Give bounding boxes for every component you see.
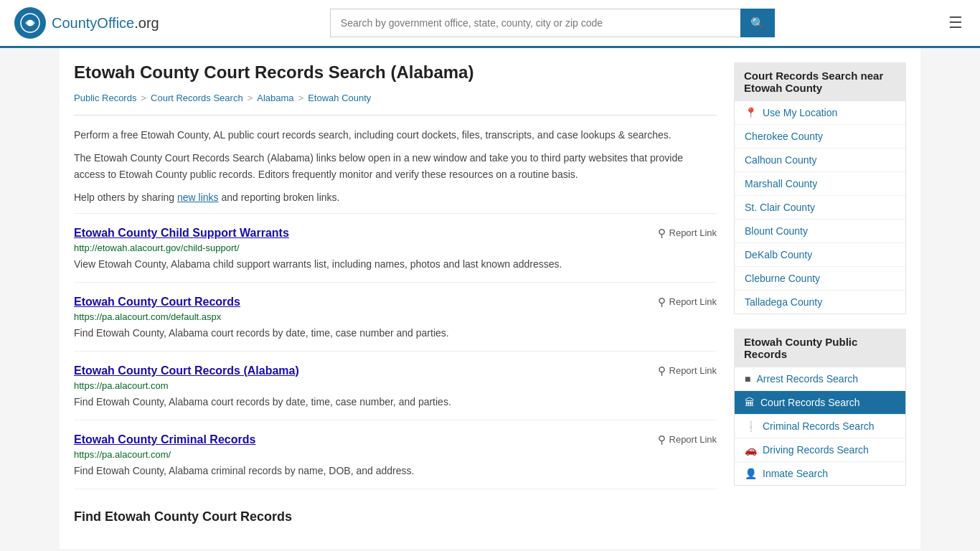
report-icon-0: ⚲ [658,227,666,240]
use-location-link[interactable]: Use My Location [763,107,837,118]
driving-icon: 🚗 [745,444,757,456]
pr-arrest[interactable]: ■ Arrest Records Search [735,367,905,391]
cleburne-link[interactable]: Cleburne County [745,273,820,284]
nearby-section: Court Records Search near Etowah County … [734,62,906,314]
description-1: Perform a free Etowah County, AL public … [74,127,717,143]
nearby-marshall[interactable]: Marshall County [735,172,905,196]
breadcrumb-alabama[interactable]: Alabama [257,93,293,103]
court-icon: 🏛 [745,397,755,408]
court-link[interactable]: Court Records Search [760,397,860,408]
nearby-calhoun[interactable]: Calhoun County [735,149,905,172]
result-desc-3: Find Etowah County, Alabama criminal rec… [74,463,717,479]
pr-criminal[interactable]: ❕ Criminal Records Search [735,415,905,438]
pr-court[interactable]: 🏛 Court Records Search [735,391,905,415]
hamburger-icon: ☰ [948,14,963,32]
svg-point-1 [27,20,33,26]
driving-link[interactable]: Driving Records Search [763,444,869,456]
pr-inmate[interactable]: 👤 Inmate Search [735,462,905,485]
search-area: 🔍 [330,9,775,37]
separator [74,115,717,116]
content-area: Etowah County Court Records Search (Alab… [74,62,717,534]
result-title-3[interactable]: Etowah County Criminal Records [74,433,255,446]
cherokee-link[interactable]: Cherokee County [745,131,823,142]
public-records-section: Etowah County Public Records ■ Arrest Re… [734,329,906,486]
logo-area: CountyOffice.org [14,7,159,39]
breadcrumb-public-records[interactable]: Public Records [74,93,136,103]
search-button[interactable]: 🔍 [740,9,775,37]
inmate-icon: 👤 [745,468,757,479]
nearby-dekalb[interactable]: DeKalb County [735,243,905,267]
report-icon-3: ⚲ [658,433,666,446]
page-title: Etowah County Court Records Search (Alab… [74,62,717,83]
bottom-heading-section: Find Etowah County Court Records [74,489,717,534]
result-desc-2: Find Etowah County, Alabama court record… [74,395,717,410]
inmate-link[interactable]: Inmate Search [763,468,828,479]
result-desc-0: View Etowah County, Alabama child suppor… [74,257,717,272]
blount-link[interactable]: Blount County [745,225,808,237]
main-container: Etowah County Court Records Search (Alab… [60,48,920,549]
nearby-list: 📍 Use My Location Cherokee County Calhou… [734,101,906,314]
criminal-link[interactable]: Criminal Records Search [763,420,875,432]
criminal-icon: ❕ [745,420,757,432]
breadcrumb: Public Records > Court Records Search > … [74,93,717,103]
pr-driving[interactable]: 🚗 Driving Records Search [735,438,905,462]
bottom-heading: Find Etowah County Court Records [74,502,717,524]
dekalb-link[interactable]: DeKalb County [745,249,812,260]
breadcrumb-court-records[interactable]: Court Records Search [151,93,243,103]
description-3: Help others by sharing new links and rep… [74,189,717,205]
result-title-1[interactable]: Etowah County Court Records [74,296,240,309]
report-link-2[interactable]: ⚲ Report Link [658,364,717,377]
arrest-link[interactable]: Arrest Records Search [756,373,858,385]
use-location-item[interactable]: 📍 Use My Location [735,101,905,125]
new-links-link[interactable]: new links [177,192,219,203]
stclair-link[interactable]: St. Clair County [745,202,815,213]
marshall-link[interactable]: Marshall County [745,178,817,189]
nearby-talladega[interactable]: Talladega County [735,291,905,314]
report-link-3[interactable]: ⚲ Report Link [658,433,717,446]
nearby-cleburne[interactable]: Cleburne County [735,267,905,291]
result-item-0: Etowah County Child Support Warrants ⚲ R… [74,213,717,282]
result-url-1: https://pa.alacourt.com/default.aspx [74,311,717,322]
result-url-3: https://pa.alacourt.com/ [74,449,717,460]
description-2: The Etowah County Court Records Search (… [74,150,717,182]
result-item-3: Etowah County Criminal Records ⚲ Report … [74,420,717,489]
nearby-cherokee[interactable]: Cherokee County [735,125,905,149]
result-title-0[interactable]: Etowah County Child Support Warrants [74,227,289,240]
result-url-2: https://pa.alacourt.com [74,380,717,391]
logo-icon [14,7,46,39]
report-link-1[interactable]: ⚲ Report Link [658,296,717,309]
public-records-header: Etowah County Public Records [734,329,906,367]
arrest-icon: ■ [745,373,750,385]
search-icon: 🔍 [750,17,765,30]
talladega-link[interactable]: Talladega County [745,296,822,308]
nearby-blount[interactable]: Blount County [735,220,905,243]
breadcrumb-etowah[interactable]: Etowah County [308,93,371,103]
calhoun-link[interactable]: Calhoun County [745,154,816,166]
nearby-stclair[interactable]: St. Clair County [735,196,905,220]
nearby-header: Court Records Search near Etowah County [734,62,906,101]
result-url-0: http://etowah.alacourt.gov/child-support… [74,242,717,253]
result-item-1: Etowah County Court Records ⚲ Report Lin… [74,282,717,351]
report-link-0[interactable]: ⚲ Report Link [658,227,717,240]
sidebar: Court Records Search near Etowah County … [734,62,906,534]
menu-button[interactable]: ☰ [946,14,966,32]
location-icon: 📍 [745,107,757,118]
result-desc-1: Find Etowah County, Alabama court record… [74,326,717,341]
result-title-2[interactable]: Etowah County Court Records (Alabama) [74,364,299,377]
site-header: CountyOffice.org 🔍 ☰ [0,0,980,48]
report-icon-1: ⚲ [658,296,666,309]
logo-text: CountyOffice.org [52,15,159,32]
report-icon-2: ⚲ [658,364,666,377]
search-input[interactable] [330,9,740,37]
result-item-2: Etowah County Court Records (Alabama) ⚲ … [74,351,717,420]
public-records-list: ■ Arrest Records Search 🏛 Court Records … [734,367,906,486]
